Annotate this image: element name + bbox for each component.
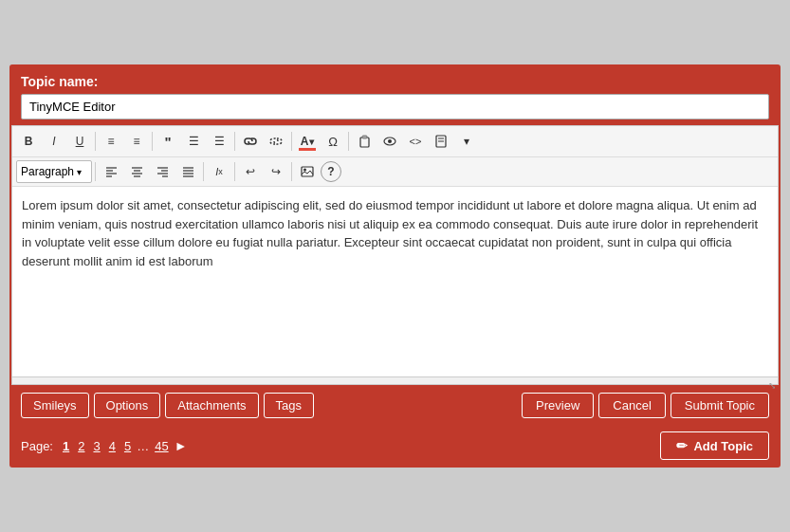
align-left-button[interactable]: ☰ (181, 130, 206, 153)
page-2-link[interactable]: 2 (75, 438, 87, 454)
align-right-button[interactable]: ☰ (207, 130, 231, 153)
add-topic-button[interactable]: ✏ Add Topic (660, 431, 769, 460)
font-color-button[interactable]: A ▾ (295, 130, 320, 153)
options-button[interactable]: Options (94, 393, 161, 418)
redo-button[interactable]: ↪ (264, 160, 288, 183)
image-icon (301, 166, 314, 177)
blockquote-button[interactable]: " (156, 130, 180, 153)
pagination: Page: 1 2 3 4 5 … 45 ► (21, 438, 187, 454)
editor-content[interactable]: Lorem ipsum dolor sit amet, consectetur … (12, 187, 778, 376)
svg-point-3 (388, 139, 392, 143)
justify-icon (182, 166, 194, 177)
separator (203, 162, 204, 181)
topic-name-header: Topic name: (11, 66, 779, 125)
preview-button[interactable]: Preview (522, 393, 594, 418)
eye-icon (383, 137, 396, 146)
separator (234, 132, 235, 151)
page-3-link[interactable]: 3 (90, 438, 102, 454)
svg-point-24 (303, 169, 306, 172)
attachments-button[interactable]: Attachments (165, 393, 258, 418)
special-char-button[interactable]: Ω (321, 130, 345, 153)
align-center-icon (131, 166, 143, 177)
page-ellipsis: … (137, 439, 149, 453)
align-right-icon (156, 166, 169, 177)
submit-topic-button[interactable]: Submit Topic (671, 393, 769, 418)
unordered-list-button[interactable]: ≡ (99, 130, 123, 153)
add-topic-label: Add Topic (693, 439, 753, 453)
page-1-link[interactable]: 1 (60, 438, 72, 454)
add-topic-pencil-icon: ✏ (676, 438, 688, 453)
bold-button[interactable]: B (16, 130, 41, 153)
pagination-row: Page: 1 2 3 4 5 … 45 ► ✏ Add Topic (11, 426, 779, 466)
editor-container: B I U ≡ ≡ " ☰ ☰ A ▾ Ω (11, 125, 779, 385)
italic-button[interactable]: I (42, 130, 66, 153)
svg-rect-1 (362, 136, 367, 138)
clear-format-button[interactable]: Ix (207, 160, 231, 183)
align-center-button[interactable] (124, 160, 149, 183)
template-icon (435, 135, 447, 148)
ordered-list-button[interactable]: ≡ (124, 130, 149, 153)
paragraph-select[interactable]: Paragraph ▾ (16, 160, 92, 183)
svg-rect-0 (360, 138, 369, 147)
separator (234, 162, 235, 181)
unlink-button[interactable] (264, 130, 288, 153)
topic-name-input[interactable] (21, 94, 769, 119)
cancel-button[interactable]: Cancel (598, 393, 665, 418)
align-right2-button[interactable] (150, 160, 175, 183)
toolbar-row2: Paragraph ▾ Ix ↩ ↪ (12, 157, 778, 187)
paste-button[interactable] (352, 130, 377, 153)
unlink-icon (269, 136, 283, 147)
separator (348, 132, 349, 151)
page-next-icon[interactable]: ► (175, 438, 188, 453)
separator (291, 132, 292, 151)
underline-button[interactable]: U (67, 130, 92, 153)
main-container: Topic name: B I U ≡ ≡ " ☰ ☰ A (9, 64, 781, 468)
link-icon (244, 136, 257, 147)
resize-icon: ⤡ (768, 380, 776, 391)
preview-toolbar-button[interactable] (377, 130, 402, 153)
resize-handle[interactable]: ⤡ (12, 376, 778, 384)
paste-icon (358, 135, 371, 148)
separator (95, 132, 96, 151)
page-4-link[interactable]: 4 (106, 438, 119, 454)
smileys-button[interactable]: Smileys (21, 393, 89, 418)
page-last-link[interactable]: 45 (152, 438, 171, 454)
tags-button[interactable]: Tags (264, 393, 314, 418)
template-button[interactable] (429, 130, 453, 153)
page-label: Page: (21, 439, 53, 453)
dropdown-arrow-icon: ▾ (77, 167, 82, 177)
page-5-link[interactable]: 5 (121, 438, 134, 454)
topic-name-label: Topic name: (21, 74, 769, 89)
paragraph-label: Paragraph (21, 165, 74, 178)
link-button[interactable] (238, 130, 263, 153)
align-left-icon (105, 166, 118, 177)
justify-button[interactable] (175, 160, 200, 183)
editor-text: Lorem ipsum dolor sit amet, consectetur … (22, 198, 758, 268)
insert-image-button[interactable] (295, 160, 320, 183)
align-left2-button[interactable] (99, 160, 123, 183)
source-code-button[interactable]: <> (403, 130, 428, 153)
separator (291, 162, 292, 181)
more-button[interactable]: ▾ (454, 130, 479, 153)
toolbar-row1: B I U ≡ ≡ " ☰ ☰ A ▾ Ω (12, 126, 778, 157)
bottom-toolbar: Smileys Options Attachments Tags Preview… (11, 385, 779, 426)
separator (95, 162, 96, 181)
separator (152, 132, 153, 151)
help-button[interactable]: ? (321, 161, 341, 182)
undo-button[interactable]: ↩ (238, 160, 263, 183)
